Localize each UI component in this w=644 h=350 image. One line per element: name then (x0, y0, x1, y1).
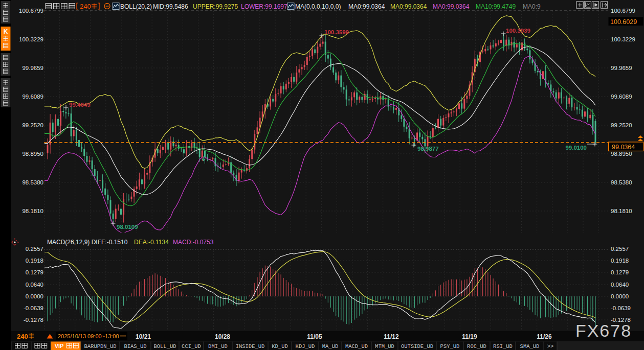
svg-text:99.2520: 99.2520 (22, 122, 43, 128)
svg-text:99.0364: 99.0364 (612, 144, 635, 151)
svg-text:99.0100: 99.0100 (565, 145, 587, 151)
svg-text:BOLL(20,2): BOLL(20,2) (120, 3, 152, 10)
svg-text:LOWER:99.1697: LOWER:99.1697 (241, 3, 287, 10)
svg-text:MACD(26,12,9) DIFF:-0.1510: MACD(26,12,9) DIFF:-0.1510 (47, 239, 128, 246)
svg-text:100.3599: 100.3599 (324, 29, 349, 35)
svg-text:KDJ_UD: KDJ_UD (296, 343, 315, 349)
svg-text:SMA_UD: SMA_UD (520, 343, 540, 349)
svg-text:MA0:9: MA0:9 (523, 3, 541, 10)
svg-text:>>: >> (547, 343, 554, 349)
svg-text:MA(0,0,0,10,0,0): MA(0,0,0,10,0,0) (295, 3, 341, 10)
svg-text:FX678: FX678 (575, 321, 632, 340)
svg-text:98.0109: 98.0109 (117, 224, 138, 230)
svg-text:MACD:-0.0753: MACD:-0.0753 (173, 239, 214, 246)
svg-text:0.0640: 0.0640 (611, 282, 629, 288)
svg-text:100.3229: 100.3229 (611, 36, 635, 42)
svg-text:BARUPDN_UD: BARUPDN_UD (84, 343, 116, 349)
svg-text:99.9659: 99.9659 (22, 65, 43, 71)
svg-text:11/19: 11/19 (462, 333, 477, 340)
svg-text:0.1279: 0.1279 (611, 269, 629, 275)
svg-text:MA0:99.0364: MA0:99.0364 (348, 3, 385, 10)
svg-text:10/28: 10/28 (215, 333, 230, 340)
svg-text:0.0640: 0.0640 (26, 282, 43, 288)
svg-text:99.2520: 99.2520 (611, 122, 632, 128)
svg-text:MID:99.5486: MID:99.5486 (153, 3, 188, 10)
svg-text:ROC_UD: ROC_UD (467, 343, 486, 349)
svg-text:INSIDE_UD: INSIDE_UD (236, 343, 265, 349)
svg-text:DEA:-0.1134: DEA:-0.1134 (134, 239, 169, 246)
svg-text:98.8950: 98.8950 (22, 151, 43, 157)
svg-text:240: 240 (80, 3, 91, 10)
svg-text:PSY_UD: PSY_UD (440, 343, 460, 349)
svg-text:98.1810: 98.1810 (22, 208, 43, 214)
svg-text:98.5380: 98.5380 (611, 179, 632, 185)
svg-text:0.1279: 0.1279 (26, 269, 43, 275)
svg-text:MACD_UD: MACD_UD (345, 343, 368, 349)
svg-text:MA0:99.0364: MA0:99.0364 (433, 3, 470, 10)
svg-text:98.9877: 98.9877 (417, 146, 439, 152)
svg-text:98.1810: 98.1810 (611, 208, 632, 214)
svg-text:100.3229: 100.3229 (19, 36, 43, 42)
svg-text:MA0:99.0364: MA0:99.0364 (390, 3, 427, 10)
svg-text:100.6799: 100.6799 (19, 8, 43, 14)
svg-text:0.2557: 0.2557 (26, 246, 43, 252)
svg-text:99.9659: 99.9659 (611, 65, 632, 71)
svg-text:2025/10/13 09:00~13:00: 2025/10/13 09:00~13:00 (58, 333, 119, 339)
svg-text:BIAS_UD: BIAS_UD (124, 343, 146, 349)
svg-text:CCI_UD: CCI_UD (182, 343, 201, 349)
svg-text:-0.1278: -0.1278 (24, 317, 43, 323)
svg-text:MA_UD: MA_UD (322, 343, 339, 349)
svg-text:99.4649: 99.4649 (69, 102, 91, 108)
svg-text:10/21: 10/21 (136, 333, 151, 340)
svg-text:100.6799: 100.6799 (611, 8, 635, 14)
svg-text:BOLL_UD: BOLL_UD (153, 343, 176, 349)
svg-text:K: K (4, 28, 8, 35)
svg-text:100.6029: 100.6029 (610, 18, 637, 26)
svg-text:MA10:99.4749: MA10:99.4749 (476, 3, 516, 10)
svg-text:RSI_UD: RSI_UD (493, 343, 513, 349)
svg-text:11/12: 11/12 (384, 333, 399, 340)
svg-text:MTM_UD: MTM_UD (375, 343, 394, 349)
svg-text:98.5380: 98.5380 (22, 179, 43, 185)
svg-text:0.1918: 0.1918 (26, 258, 43, 264)
svg-text:-0.0639: -0.0639 (24, 305, 43, 311)
svg-text:0.1918: 0.1918 (611, 258, 629, 264)
svg-text:0.2557: 0.2557 (611, 246, 629, 252)
svg-text:11/05: 11/05 (307, 333, 322, 340)
svg-text:-0.0639: -0.0639 (611, 305, 631, 311)
svg-text:0.0000: 0.0000 (611, 293, 629, 299)
svg-text:99.6089: 99.6089 (22, 94, 43, 100)
svg-text:98.8950: 98.8950 (611, 151, 632, 157)
svg-text:100.3939: 100.3939 (506, 28, 530, 34)
svg-text:240: 240 (17, 333, 28, 340)
svg-text:VIP: VIP (55, 343, 64, 349)
svg-text:DMI_UD: DMI_UD (208, 343, 228, 349)
svg-text:OUTSIDE_UD: OUTSIDE_UD (401, 343, 433, 349)
svg-text:11/26: 11/26 (537, 333, 552, 340)
svg-text:UPPER:99.9275: UPPER:99.9275 (193, 3, 238, 10)
svg-text:0.0000: 0.0000 (26, 293, 43, 299)
svg-text:KD_UD: KD_UD (272, 343, 288, 349)
svg-text:99.6089: 99.6089 (611, 94, 632, 100)
